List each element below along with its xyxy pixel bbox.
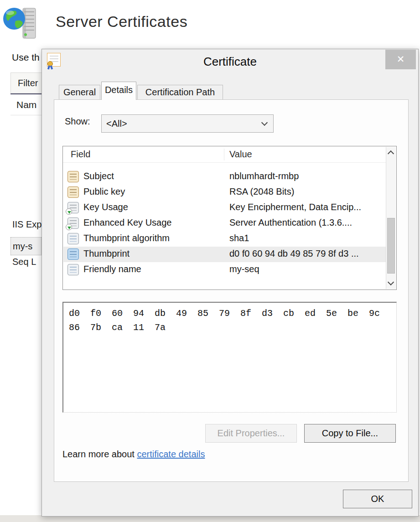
field-name: Thumbprint: [83, 248, 130, 259]
list-item-iis-express[interactable]: IIS Exp: [12, 219, 41, 230]
field-name: Subject: [83, 171, 114, 181]
field-name: Enhanced Key Usage: [83, 217, 171, 228]
list-item-my-seq-selected[interactable]: my-s: [10, 237, 41, 255]
tab-details[interactable]: Details: [101, 82, 136, 100]
tab-certification-path[interactable]: Certification Path: [137, 85, 223, 100]
field-value: nblumhardt-rmbp: [229, 171, 299, 181]
page-title: Server Certificates: [56, 13, 187, 31]
edit-properties-button[interactable]: Edit Properties...: [205, 424, 297, 443]
field-name: Key Usage: [83, 202, 128, 212]
field-value: RSA (2048 Bits): [229, 186, 294, 197]
field-value: my-seq: [229, 264, 259, 274]
table-row[interactable]: Subject nblumhardt-rmbp: [63, 169, 386, 185]
table-row[interactable]: Friendly name my-seq: [63, 262, 386, 278]
field-value: sha1: [229, 233, 249, 243]
field-icon-tan: [67, 171, 79, 182]
name-column-header[interactable]: Nam: [16, 99, 36, 110]
table-row[interactable]: Thumbprint algorithm sha1: [63, 231, 386, 247]
fields-table-rows: Subject nblumhardt-rmbp Public key RSA (…: [63, 169, 386, 278]
field-icon-gray: [67, 264, 79, 275]
table-row[interactable]: Thumbprint d0 f0 60 94 db 49 85 79 8f d3…: [63, 247, 386, 262]
chevron-down-icon: [261, 119, 268, 126]
table-row[interactable]: Enhanced Key Usage Server Authentication…: [63, 216, 386, 231]
field-icon-blue: [67, 248, 79, 260]
tab-general[interactable]: General: [59, 85, 100, 100]
show-label: Show:: [65, 116, 90, 127]
show-dropdown-value: <All>: [106, 119, 127, 129]
table-row[interactable]: Public key RSA (2048 Bits): [63, 185, 386, 200]
server-globe-icon: [2, 5, 40, 44]
column-divider: [224, 149, 224, 160]
field-value: Key Encipherment, Data Encip...: [229, 202, 361, 212]
column-header-field[interactable]: Field: [71, 149, 90, 160]
column-header-value[interactable]: Value: [229, 149, 252, 160]
details-tab-panel: Show: <All> Field Value Subject nblumhar…: [54, 99, 409, 482]
field-icon-keyusage: [67, 202, 79, 213]
list-item-seq[interactable]: Seq L: [12, 257, 36, 267]
certificate-dialog: Certificate ✕ General Details Certificat…: [41, 49, 419, 517]
field-name: Friendly name: [83, 264, 141, 274]
scrollbar-thumb[interactable]: [387, 218, 395, 274]
table-row[interactable]: Key Usage Key Encipherment, Data Encip..…: [63, 200, 386, 216]
dialog-title: Certificate: [42, 55, 418, 69]
screen: Server Certificates Use th Filter Nam II…: [0, 0, 420, 522]
fields-table-header: Field Value: [63, 146, 387, 163]
field-name: Thumbprint algorithm: [83, 233, 170, 243]
scroll-up-icon[interactable]: [388, 150, 394, 157]
learn-more-prefix: Learn more about: [62, 449, 137, 459]
filter-label: Filter: [18, 78, 38, 88]
ok-button[interactable]: OK: [343, 490, 412, 508]
field-icon-tan: [67, 186, 79, 198]
scroll-down-icon[interactable]: [388, 279, 394, 285]
column-header-separator: [10, 115, 41, 115]
field-icon-gray: [67, 233, 79, 244]
field-value: Server Authentication (1.3.6....: [229, 217, 352, 228]
copy-to-file-button[interactable]: Copy to File...: [304, 424, 396, 443]
fields-table: Field Value Subject nblumhardt-rmbp Publ…: [62, 146, 397, 290]
vertical-scrollbar[interactable]: [386, 147, 396, 289]
close-icon[interactable]: ✕: [385, 50, 416, 69]
field-icon-keyusage: [67, 217, 79, 229]
certificate-details-link[interactable]: certificate details: [137, 449, 205, 459]
field-name: Public key: [83, 186, 125, 197]
field-value: d0 f0 60 94 db 49 85 79 8f d3 ...: [229, 248, 359, 259]
page-intro-text: Use th: [12, 52, 40, 63]
learn-more-text: Learn more about certificate details: [62, 449, 205, 460]
show-dropdown[interactable]: <All>: [101, 114, 274, 133]
field-value-preview[interactable]: d0 f0 60 94 db 49 85 79 8f d3 cb ed 5e b…: [62, 302, 397, 413]
